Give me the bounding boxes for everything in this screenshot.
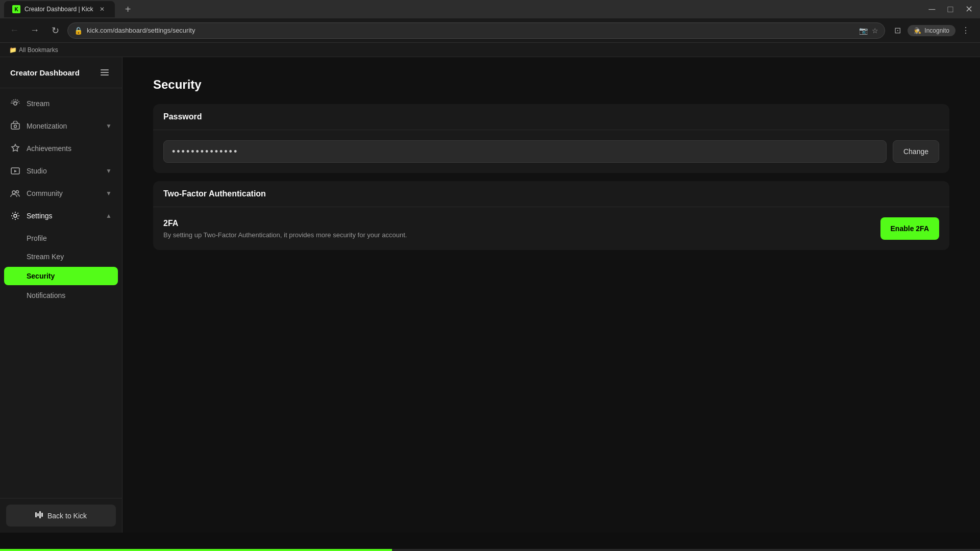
password-section-body: Change <box>153 130 949 173</box>
settings-icon <box>10 211 20 221</box>
cast-button[interactable]: ⊡ <box>889 22 905 39</box>
sidebar-item-studio[interactable]: Studio ▼ <box>0 160 122 182</box>
minimize-button[interactable]: ─ <box>925 2 939 16</box>
star-icon: ☆ <box>872 27 878 35</box>
svg-rect-10 <box>35 512 37 517</box>
community-chevron-icon: ▼ <box>106 190 112 197</box>
progress-bar <box>0 549 392 551</box>
sidebar-footer: Back to Kick <box>0 498 122 533</box>
sidebar-header: Creator Dashboard <box>0 57 122 88</box>
settings-label: Settings <box>27 212 100 220</box>
stream-icon <box>10 98 20 109</box>
browser-chrome: K Creator Dashboard | Kick ✕ + ─ □ ✕ ← →… <box>0 0 980 57</box>
studio-chevron-icon: ▼ <box>106 167 112 174</box>
close-window-button[interactable]: ✕ <box>962 2 976 16</box>
svg-point-3 <box>14 102 17 105</box>
sidebar-item-stream-key[interactable]: Stream Key <box>0 247 122 266</box>
tfa-info: 2FA By setting up Two-Factor Authenticat… <box>163 219 880 239</box>
tfa-section-header: Two-Factor Authentication <box>153 181 949 207</box>
svg-point-7 <box>12 191 15 194</box>
settings-chevron-icon: ▲ <box>106 212 112 219</box>
password-input[interactable] <box>163 140 887 163</box>
password-section: Password Change <box>153 104 949 173</box>
sidebar-item-monetization[interactable]: Monetization ▼ <box>0 115 122 137</box>
settings-submenu: Profile Stream Key Security Notification… <box>0 227 122 307</box>
folder-icon: 📁 <box>9 46 17 54</box>
app-container: Creator Dashboard Stre <box>0 57 980 533</box>
password-section-header: Password <box>153 104 949 130</box>
sidebar-title: Creator Dashboard <box>10 68 80 77</box>
back-to-kick-label: Back to Kick <box>47 512 87 520</box>
change-password-button[interactable]: Change <box>893 140 939 163</box>
tfa-row: 2FA By setting up Two-Factor Authenticat… <box>163 217 939 240</box>
monetization-icon <box>10 121 20 131</box>
studio-label: Studio <box>27 167 100 175</box>
community-icon <box>10 188 20 198</box>
sidebar-item-community[interactable]: Community ▼ <box>0 182 122 205</box>
new-tab-button[interactable]: + <box>121 2 135 16</box>
tab-close-button[interactable]: ✕ <box>97 5 107 14</box>
achievements-icon <box>10 143 20 154</box>
back-to-kick-button[interactable]: Back to Kick <box>6 505 116 527</box>
camera-off-icon: 📷 <box>859 27 868 35</box>
svg-rect-11 <box>37 513 39 516</box>
page-title: Security <box>153 78 949 92</box>
svg-point-5 <box>14 125 17 128</box>
tab-favicon-icon: K <box>12 5 20 13</box>
achievements-label: Achievements <box>27 144 112 153</box>
all-bookmarks-label: All Bookmarks <box>19 46 58 54</box>
svg-point-9 <box>14 214 17 217</box>
sidebar-nav: Stream Monetization ▼ <box>0 88 122 498</box>
sidebar-item-security[interactable]: Security <box>4 267 118 285</box>
incognito-badge[interactable]: 🕵 Incognito <box>908 25 955 36</box>
url-text: kick.com/dashboard/settings/security <box>87 27 855 34</box>
incognito-label: Incognito <box>924 27 949 34</box>
tfa-description: By setting up Two-Factor Authentication,… <box>163 231 880 239</box>
tfa-section-body: 2FA By setting up Two-Factor Authenticat… <box>153 207 949 250</box>
all-bookmarks-item[interactable]: 📁 All Bookmarks <box>6 45 61 55</box>
sidebar: Creator Dashboard Stre <box>0 57 122 533</box>
main-content: Security Password Change Two-Factor Auth… <box>122 57 980 533</box>
more-button[interactable]: ⋮ <box>958 22 974 39</box>
sidebar-item-notifications[interactable]: Notifications <box>0 286 122 305</box>
password-row: Change <box>163 140 939 163</box>
restore-button[interactable]: □ <box>943 2 958 16</box>
lock-icon: 🔒 <box>74 27 83 35</box>
stream-label: Stream <box>27 99 112 108</box>
reload-button[interactable]: ↻ <box>47 22 63 39</box>
browser-titlebar: K Creator Dashboard | Kick ✕ + ─ □ ✕ <box>0 0 980 18</box>
sidebar-item-stream[interactable]: Stream <box>0 92 122 115</box>
incognito-icon: 🕵 <box>914 27 921 34</box>
toolbar-actions: ⊡ 🕵 Incognito ⋮ <box>889 22 974 39</box>
back-button[interactable]: ← <box>6 22 22 39</box>
sidebar-item-settings[interactable]: Settings ▲ <box>0 205 122 227</box>
svg-point-8 <box>16 191 19 193</box>
tfa-section: Two-Factor Authentication 2FA By setting… <box>153 181 949 250</box>
sidebar-item-profile[interactable]: Profile <box>0 229 122 247</box>
svg-rect-0 <box>101 69 109 70</box>
community-label: Community <box>27 189 100 197</box>
forward-button[interactable]: → <box>27 22 43 39</box>
progress-bar-container <box>0 549 980 551</box>
svg-rect-2 <box>101 74 109 76</box>
browser-toolbar: ← → ↻ 🔒 kick.com/dashboard/settings/secu… <box>0 18 980 43</box>
monetization-label: Monetization <box>27 122 100 130</box>
svg-rect-4 <box>11 123 19 129</box>
tfa-title: 2FA <box>163 219 880 228</box>
address-bar[interactable]: 🔒 kick.com/dashboard/settings/security 📷… <box>67 22 885 39</box>
sidebar-toggle-button[interactable] <box>97 65 112 80</box>
sidebar-item-achievements[interactable]: Achievements <box>0 137 122 160</box>
tab-title: Creator Dashboard | Kick <box>24 6 93 13</box>
enable-2fa-button[interactable]: Enable 2FA <box>880 217 939 240</box>
monetization-chevron-icon: ▼ <box>106 122 112 130</box>
browser-tab[interactable]: K Creator Dashboard | Kick ✕ <box>4 1 115 17</box>
bookmarks-bar: 📁 All Bookmarks <box>0 43 980 57</box>
svg-rect-12 <box>39 511 41 518</box>
studio-icon <box>10 166 20 176</box>
svg-rect-13 <box>41 513 43 517</box>
svg-rect-1 <box>101 72 109 73</box>
back-icon <box>35 511 43 520</box>
